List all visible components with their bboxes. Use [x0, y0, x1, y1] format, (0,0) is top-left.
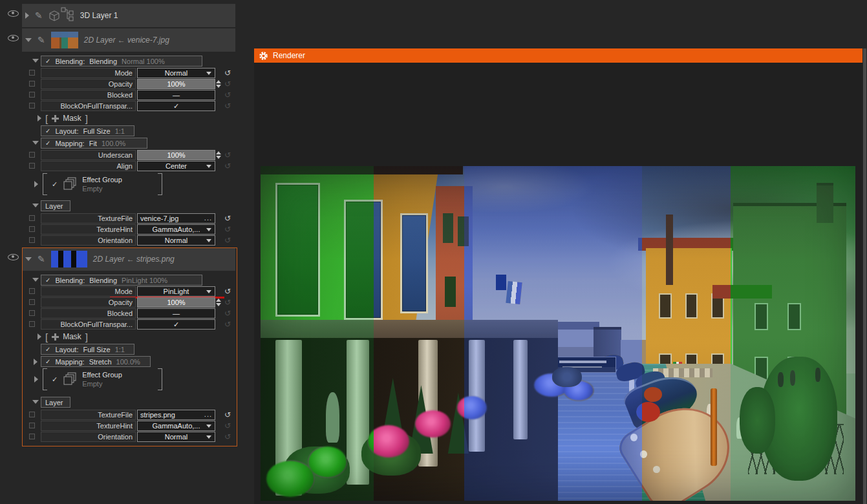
- collapse-right-icon[interactable]: [34, 181, 38, 187]
- reset-button[interactable]: ↺: [224, 432, 231, 442]
- collapse-down-icon[interactable]: [32, 204, 39, 207]
- add-mask-plus-icon[interactable]: [52, 115, 59, 122]
- layer-row-stripes[interactable]: ✎ 2D Layer ← stripes.png: [22, 247, 235, 271]
- animate-checkbox[interactable]: [29, 92, 35, 98]
- animate-checkbox[interactable]: [29, 103, 35, 109]
- mask-row[interactable]: [ Mask ]: [37, 114, 88, 123]
- mapping-group-header[interactable]: ✓ Mapping: Fit 100.0%: [41, 138, 147, 149]
- texturehint-dropdown[interactable]: GammaAuto,...: [137, 421, 215, 431]
- layer-section-header[interactable]: Layer: [41, 397, 70, 408]
- visibility-eye-icon[interactable]: [8, 8, 19, 17]
- opacity-slider-field[interactable]: 100%: [137, 79, 215, 89]
- animate-checkbox[interactable]: [29, 226, 35, 232]
- blocked-field[interactable]: —: [137, 90, 215, 100]
- reset-button[interactable]: ↺: [224, 224, 231, 235]
- opacity-slider-field[interactable]: 100%: [137, 297, 215, 308]
- value-stepper[interactable]: [216, 151, 221, 159]
- renderer-scrollbar[interactable]: [863, 48, 866, 504]
- collapse-right-icon[interactable]: [34, 359, 37, 365]
- underscan-slider-field[interactable]: 100%: [137, 150, 215, 160]
- reset-button[interactable]: ↺: [224, 213, 231, 224]
- collapse-down-icon[interactable]: [25, 257, 32, 261]
- animate-checkbox[interactable]: [29, 310, 35, 316]
- animate-checkbox[interactable]: [29, 152, 35, 158]
- check-icon: ✓: [173, 102, 179, 110]
- add-mask-plus-icon[interactable]: [52, 333, 59, 341]
- collapse-down-icon[interactable]: [32, 278, 39, 282]
- layer-section-header[interactable]: Layer: [41, 200, 70, 211]
- mask-row[interactable]: [ Mask ]: [37, 332, 88, 341]
- collapse-down-icon[interactable]: [32, 141, 39, 145]
- animate-checkbox[interactable]: [29, 288, 35, 294]
- reset-button[interactable]: ↺: [224, 79, 231, 89]
- reset-button[interactable]: ↺: [224, 150, 231, 160]
- visibility-eye-icon[interactable]: [8, 252, 19, 261]
- visibility-eye-icon[interactable]: [8, 33, 19, 42]
- texturefile-field[interactable]: stripes.png...: [137, 410, 215, 420]
- mapping-group-header[interactable]: ✓ Mapping: Stretch 100.0%: [41, 356, 151, 367]
- blending-group-header[interactable]: ✓ Blending: Blending PinLight 100%: [41, 275, 202, 286]
- property-row-texturehint: TextureHint GammaAuto,... ↺: [0, 421, 242, 432]
- animate-checkbox[interactable]: [29, 434, 35, 439]
- layer-thumbnail: [51, 32, 78, 48]
- animate-checkbox[interactable]: [29, 163, 35, 169]
- reset-button[interactable]: ↺: [224, 421, 231, 431]
- animate-checkbox[interactable]: [29, 237, 35, 243]
- blocked-field[interactable]: —: [137, 308, 215, 319]
- effect-group[interactable]: ✓ Effect Group Empty: [34, 368, 162, 390]
- collapse-right-icon[interactable]: [25, 12, 29, 19]
- reset-button[interactable]: ↺: [224, 90, 231, 100]
- reset-button[interactable]: ↺: [224, 68, 231, 78]
- align-dropdown[interactable]: Center: [137, 161, 215, 171]
- dropdown-value: Center: [166, 162, 187, 170]
- layer-row-3d[interactable]: ✎ 3D Layer 1: [22, 4, 235, 27]
- browse-button[interactable]: ...: [204, 410, 212, 419]
- mode-dropdown[interactable]: PinLight: [137, 286, 215, 297]
- reset-button[interactable]: ↺: [224, 319, 231, 330]
- renderer-header[interactable]: Renderer: [254, 48, 862, 63]
- animate-checkbox[interactable]: [29, 215, 35, 221]
- group-label: Blending:: [55, 277, 85, 284]
- value-stepper[interactable]: [216, 299, 221, 306]
- checkbox-field[interactable]: ✓: [137, 101, 215, 111]
- layout-group-header[interactable]: ✓ Layout: Full Size 1:1: [41, 125, 134, 136]
- reset-button[interactable]: ↺: [224, 235, 231, 246]
- animate-checkbox[interactable]: [29, 299, 35, 305]
- reset-button[interactable]: ↺: [224, 101, 231, 111]
- checkbox-field[interactable]: ✓: [137, 319, 215, 330]
- orientation-dropdown[interactable]: Normal: [137, 235, 215, 246]
- edit-pencil-icon[interactable]: ✎: [37, 36, 45, 45]
- layout-group-header[interactable]: ✓ Layout: Full Size 1:1: [41, 344, 134, 355]
- collapse-right-icon[interactable]: [37, 115, 41, 121]
- collapse-right-icon[interactable]: [34, 376, 38, 383]
- layer-row-venice[interactable]: ✎ 2D Layer ← venice-7.jpg: [22, 28, 235, 52]
- collapse-down-icon[interactable]: [32, 59, 39, 63]
- orientation-dropdown[interactable]: Normal: [137, 432, 215, 442]
- collapse-right-icon[interactable]: [37, 333, 41, 340]
- animate-checkbox[interactable]: [29, 70, 35, 76]
- mode-dropdown[interactable]: Normal: [137, 68, 215, 78]
- browse-button[interactable]: ...: [204, 214, 212, 222]
- animate-checkbox[interactable]: [29, 321, 35, 327]
- reset-button[interactable]: ↺: [224, 308, 231, 319]
- effect-group[interactable]: ✓ Effect Group Empty: [34, 173, 162, 195]
- render-viewport[interactable]: [261, 166, 855, 501]
- animate-checkbox[interactable]: [29, 81, 35, 87]
- edit-pencil-icon[interactable]: ✎: [35, 11, 43, 20]
- reset-button[interactable]: ↺: [224, 286, 231, 297]
- property-row-texturehint: TextureHint GammaAuto,... ↺: [0, 224, 242, 235]
- collapse-down-icon[interactable]: [25, 38, 32, 42]
- reset-button[interactable]: ↺: [224, 297, 231, 308]
- property-row-opacity: Opacity 100% ↺: [0, 79, 242, 90]
- blending-group-header[interactable]: ✓ Blending: Blending Normal 100%: [41, 56, 202, 67]
- collapse-down-icon[interactable]: [32, 400, 39, 404]
- texturefile-field[interactable]: venice-7.jpg...: [137, 213, 215, 224]
- reset-button[interactable]: ↺: [224, 410, 231, 420]
- edit-pencil-icon[interactable]: ✎: [37, 255, 45, 264]
- group-label: Layer: [45, 202, 63, 210]
- value-stepper[interactable]: [216, 80, 221, 88]
- reset-button[interactable]: ↺: [224, 161, 231, 171]
- animate-checkbox[interactable]: [29, 423, 35, 428]
- animate-checkbox[interactable]: [29, 412, 35, 417]
- texturehint-dropdown[interactable]: GammaAuto,...: [137, 224, 215, 235]
